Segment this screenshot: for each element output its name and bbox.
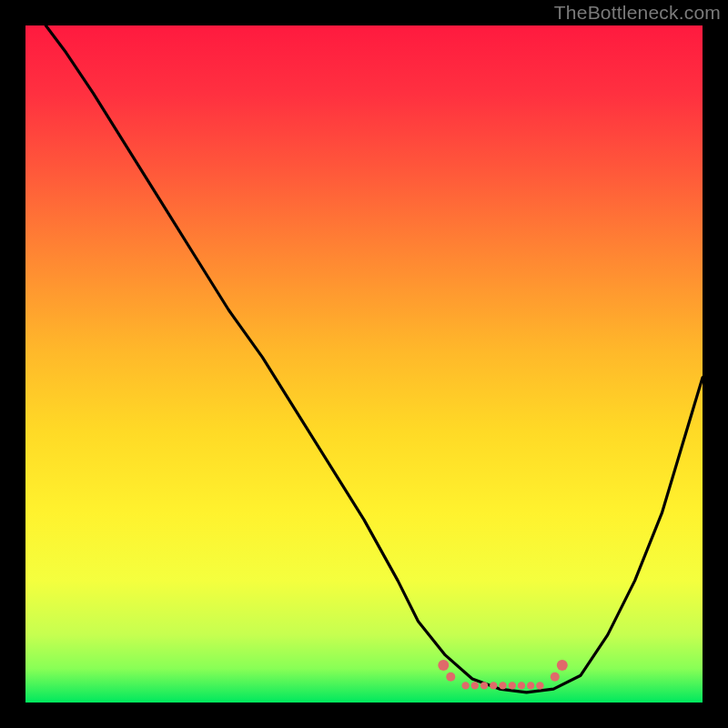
optimal-marker [551,672,560,682]
heat-gradient-area [25,25,703,703]
chart-container: TheBottleneck.com [0,0,728,728]
watermark-text: TheBottleneck.com [554,2,721,24]
optimal-marker [518,682,525,689]
optimal-marker [438,660,449,671]
optimal-marker [557,660,568,671]
optimal-marker [527,682,534,689]
optimal-marker [499,682,506,689]
optimal-marker [509,682,516,689]
optimal-marker [536,682,543,689]
optimal-marker [471,682,479,689]
bottleneck-chart [0,0,728,728]
optimal-marker [446,672,455,682]
optimal-marker [490,682,497,689]
optimal-marker [480,682,488,689]
optimal-marker [461,682,469,689]
